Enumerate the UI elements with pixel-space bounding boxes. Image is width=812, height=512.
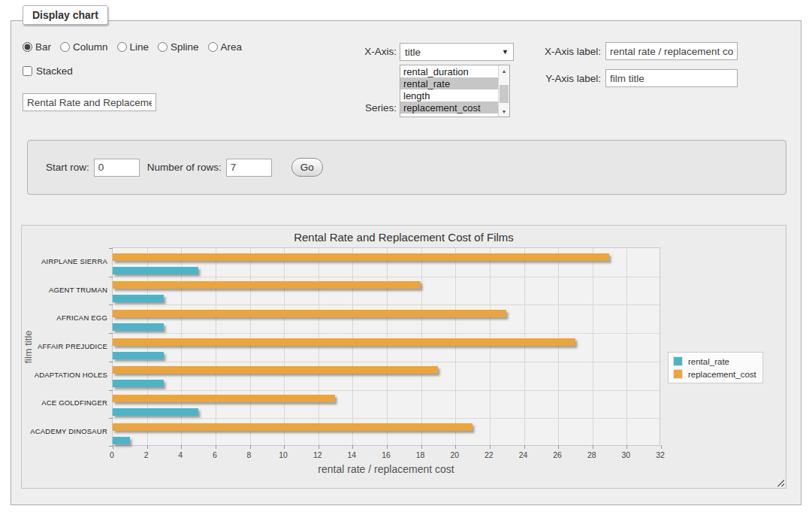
x-tick-label: 2 bbox=[134, 450, 159, 459]
scroll-down-icon[interactable]: ▼ bbox=[499, 106, 509, 117]
series-option-rental-duration[interactable]: rental_duration bbox=[400, 65, 498, 77]
chevron-down-icon: ▼ bbox=[502, 48, 509, 56]
x-tick-label: 10 bbox=[270, 450, 296, 459]
x-tick-mark bbox=[524, 445, 525, 449]
xaxis-label-caption: X-Axis label: bbox=[518, 46, 601, 57]
x-tick-mark bbox=[490, 445, 491, 449]
x-tick-label: 14 bbox=[339, 450, 364, 459]
gridline-horizontal bbox=[113, 333, 660, 334]
legend-swatch-rental_rate bbox=[673, 356, 683, 366]
radio-column-label[interactable]: Column bbox=[73, 41, 108, 53]
scroll-up-icon[interactable]: ▲ bbox=[499, 65, 509, 76]
gridline-vertical bbox=[387, 248, 388, 445]
radio-spline-label[interactable]: Spline bbox=[171, 41, 199, 53]
num-rows-label: Number of rows: bbox=[147, 162, 222, 173]
radio-bar-label[interactable]: Bar bbox=[35, 41, 51, 53]
stacked-checkbox[interactable] bbox=[23, 66, 32, 76]
bar-replacement_cost bbox=[113, 253, 609, 261]
xaxis-select[interactable]: title ▼ bbox=[400, 43, 514, 61]
x-tick-mark bbox=[113, 445, 113, 449]
scrollbar-thumb[interactable] bbox=[500, 85, 509, 103]
plot-area bbox=[112, 247, 660, 446]
legend-swatch-replacement_cost bbox=[673, 369, 683, 379]
category-tick-mark bbox=[109, 418, 113, 419]
legend-item: rental_rate bbox=[673, 356, 756, 366]
chart-title-input[interactable] bbox=[23, 93, 156, 111]
chart-legend: rental_ratereplacement_cost bbox=[668, 352, 763, 383]
bar-replacement_cost bbox=[113, 281, 421, 289]
radio-spline[interactable] bbox=[158, 42, 168, 52]
x-tick-label: 18 bbox=[408, 450, 433, 459]
bar-rental_rate bbox=[113, 295, 164, 302]
series-option-length[interactable]: length bbox=[400, 89, 498, 101]
radio-bar[interactable] bbox=[23, 42, 32, 52]
bar-rental_rate bbox=[113, 323, 164, 331]
gridline-horizontal bbox=[113, 362, 660, 362]
series-list-scrollbar[interactable]: ▲ ▼ bbox=[498, 65, 509, 117]
x-tick-mark bbox=[593, 445, 593, 449]
num-rows-input[interactable] bbox=[226, 159, 272, 177]
category-label: ADAPTATION HOLES bbox=[23, 371, 107, 379]
legend-item: replacement_cost bbox=[673, 369, 756, 379]
category-tick-mark bbox=[109, 446, 113, 447]
x-tick-label: 16 bbox=[373, 450, 399, 459]
chart-type-radio-group: Bar Column Line Spline Area bbox=[23, 41, 248, 53]
series-listbox[interactable]: rental_duration rental_rate length repla… bbox=[400, 65, 510, 117]
gridline-vertical bbox=[250, 248, 251, 445]
bar-rental_rate bbox=[113, 267, 198, 274]
radio-area[interactable] bbox=[208, 42, 218, 52]
gridline-horizontal bbox=[113, 390, 660, 391]
scrollbar-track[interactable] bbox=[499, 76, 509, 106]
category-tick-mark bbox=[109, 362, 113, 362]
x-tick-mark bbox=[318, 445, 319, 449]
xaxis-label-input[interactable] bbox=[605, 42, 738, 60]
x-tick-label: 4 bbox=[168, 450, 193, 459]
series-option-rental-rate[interactable]: rental_rate bbox=[400, 77, 498, 89]
radio-line[interactable] bbox=[117, 42, 127, 52]
bar-rental_rate bbox=[113, 352, 164, 359]
radio-line-label[interactable]: Line bbox=[130, 41, 149, 53]
chart-title: Rental Rate and Replacement Cost of Film… bbox=[22, 231, 786, 244]
start-row-input[interactable] bbox=[94, 159, 140, 177]
bar-replacement_cost bbox=[113, 395, 335, 402]
gridline-vertical bbox=[593, 248, 593, 445]
x-tick-label: 6 bbox=[202, 450, 228, 459]
x-tick-label: 22 bbox=[476, 450, 502, 459]
fieldset-legend: Display chart bbox=[23, 5, 108, 25]
x-tick-mark bbox=[147, 445, 148, 449]
gridline-horizontal bbox=[113, 304, 660, 305]
category-label: ACE GOLDFINGER bbox=[23, 398, 107, 407]
radio-area-label[interactable]: Area bbox=[221, 41, 243, 53]
category-tick-mark bbox=[109, 304, 113, 305]
gridline-vertical bbox=[352, 248, 353, 445]
gridline-vertical bbox=[626, 248, 627, 445]
stacked-label[interactable]: Stacked bbox=[36, 65, 73, 77]
gridline-horizontal bbox=[113, 418, 660, 419]
category-tick-mark bbox=[109, 333, 113, 334]
resize-handle-icon[interactable] bbox=[776, 478, 784, 486]
series-caption: Series: bbox=[323, 102, 397, 114]
x-tick-label: 12 bbox=[305, 450, 331, 459]
x-tick-mark bbox=[216, 445, 216, 449]
x-tick-mark bbox=[661, 445, 662, 449]
xaxis-caption: X-Axis: bbox=[323, 46, 397, 57]
category-tick-mark bbox=[109, 277, 113, 277]
gridline-vertical bbox=[318, 248, 319, 445]
radio-column[interactable] bbox=[60, 42, 70, 52]
gridline-vertical bbox=[455, 248, 456, 445]
x-tick-label: 20 bbox=[442, 450, 467, 459]
page: Display chart Bar Column Line Spline Are… bbox=[0, 0, 812, 512]
x-tick-mark bbox=[387, 445, 388, 449]
series-option-replacement-cost[interactable]: replacement_cost bbox=[400, 101, 498, 114]
yaxis-label-input[interactable] bbox=[605, 69, 738, 87]
go-button[interactable]: Go bbox=[291, 158, 323, 177]
rows-panel: Start row: Number of rows: Go bbox=[27, 140, 786, 195]
stacked-row: Stacked bbox=[23, 65, 73, 77]
legend-label: replacement_cost bbox=[688, 370, 756, 379]
gridline-vertical bbox=[216, 248, 216, 445]
x-tick-mark bbox=[181, 445, 182, 449]
bar-rental_rate bbox=[113, 408, 198, 416]
series-options: rental_duration rental_rate length repla… bbox=[400, 65, 498, 117]
category-tick-mark bbox=[109, 390, 113, 391]
start-row-label: Start row: bbox=[46, 162, 89, 173]
